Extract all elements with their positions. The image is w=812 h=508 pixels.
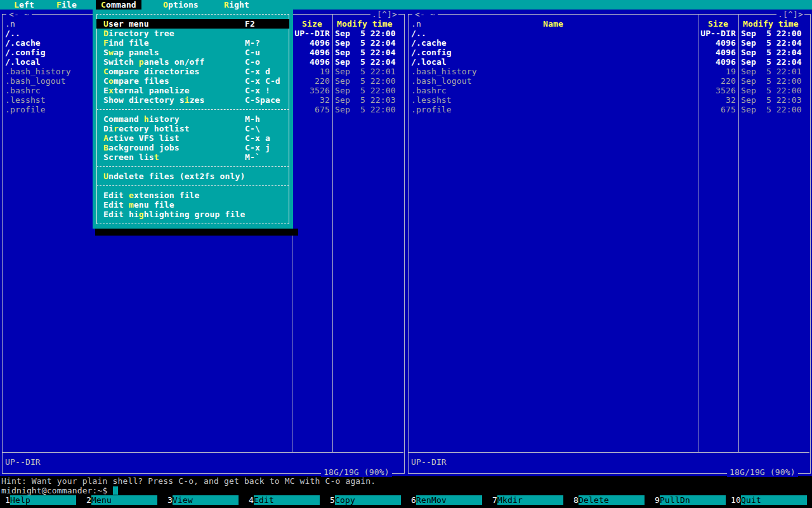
file-name: /.local [5,57,41,67]
file-row[interactable]: /.cache4096Sep 5 22:04 [409,38,809,48]
menu-item-label: Switch panels on/off [103,57,205,67]
menubar-item-command[interactable]: Command [96,0,141,10]
function-key-10[interactable]: 10Quit [731,495,812,505]
menu-item-edit-extension-file[interactable]: Edit extension file [93,190,293,200]
menu-item-shortcut: C-x j [245,143,270,152]
menu-separator [93,181,293,190]
function-key-1[interactable]: 1Help [0,495,81,505]
panel-path-title[interactable]: <- ~ [412,10,438,19]
menu-item-label: Edit menu file [103,200,174,210]
menu-item-compare-directories[interactable]: Compare directoriesC-x d [93,67,293,76]
file-row[interactable]: .bash_logout220Sep 5 22:00 [409,76,809,86]
menu-item-undelete-files-ext2fs-only[interactable]: Undelete files (ext2fs only) [93,171,293,181]
mini-status-separator [409,452,809,453]
function-key-8[interactable]: 8Delete [568,495,650,505]
file-row[interactable]: .bashrc3526Sep 5 22:00 [409,86,809,95]
menu-item-directory-tree[interactable]: Directory tree [93,29,293,38]
menu-label-post: ternal panelize [114,86,190,95]
menu-item-shortcut: M-h [245,114,260,124]
file-mtime: Sep 5 22:04 [335,48,396,57]
file-name: .bashrc [5,86,41,95]
file-size: 220 [660,76,736,86]
file-row[interactable]: /.local4096Sep 5 22:04 [409,57,809,67]
menubar-item-right[interactable]: Right [219,0,254,10]
function-key-4[interactable]: 4Edit [244,495,325,505]
menu-label-pre: Switch [103,57,139,67]
menu-item-compare-files[interactable]: Compare filesC-x C-d [93,76,293,86]
menu-item-swap-panels[interactable]: Swap panelsC-u [93,48,293,57]
function-key-label: PullDn [660,495,726,505]
panel-history-buttons[interactable]: .[^]> [370,10,398,19]
menu-hotkey: r [114,124,119,133]
menu-item-directory-hotlist[interactable]: Directory hotlistC-\ [93,124,293,133]
panel-path-title[interactable]: <- ~ [6,10,32,19]
menu-label-post: ser menu [108,19,149,29]
file-mtime: Sep 5 22:00 [335,86,396,95]
panel-history-buttons[interactable]: .[^]> [776,10,804,19]
function-key-label: Quit [741,495,807,505]
function-key-number: 3 [162,495,173,505]
menu-hotkey: C [103,67,108,76]
file-mtime: Sep 5 22:01 [741,67,802,76]
function-key-2[interactable]: 2Menu [81,495,162,505]
file-name: .profile [5,105,46,114]
menu-item-find-file[interactable]: Find fileM-? [93,38,293,48]
menu-item-switch-panels-on-off[interactable]: Switch panels on/offC-o [93,57,293,67]
function-key-number: 1 [0,495,10,505]
free-space-indicator: 18G/19G (90%) [321,467,392,477]
menu-hotkey: U [103,171,108,181]
menu-item-shortcut: F2 [245,19,255,29]
file-row[interactable]: .profile675Sep 5 22:00 [409,105,809,114]
column-header-size[interactable]: Size [302,19,322,29]
menu-hotkey: U [103,19,108,29]
menu-item-label: Compare directories [103,67,200,76]
menubar-item-left[interactable]: Left [9,0,39,10]
file-row[interactable]: .lesshst32Sep 5 22:03 [409,95,809,105]
shell-prompt[interactable]: midnight@commander:~$ [1,486,108,495]
menu-item-label: Show directory sizes [103,95,205,105]
menu-item-background-jobs[interactable]: Background jobsC-x j [93,143,293,152]
menu-label-pre: Di [103,124,114,133]
menu-label-post: zes [190,95,205,105]
menu-hotkey: x [108,86,114,95]
column-header-size[interactable]: Size [708,19,728,29]
menu-item-edit-highlighting-group-file[interactable]: Edit highlighting group file [93,210,293,219]
function-key-9[interactable]: 9PullDn [650,495,731,505]
menu-label-post: irectory tree [108,29,174,38]
file-row[interactable]: /..UP--DIRSep 5 22:00 [409,29,809,38]
menu-item-label: Background jobs [103,143,180,152]
menu-hotkey: A [103,133,108,143]
menu-item-show-directory-sizes[interactable]: Show directory sizesC-Space [93,95,293,105]
file-row[interactable]: .bash_history19Sep 5 22:01 [409,67,809,76]
menu-label-post: ommand [106,0,136,10]
function-key-label: Mkdir [497,495,563,505]
file-row[interactable]: /.config4096Sep 5 22:04 [409,48,809,57]
file-name: .profile [411,105,452,114]
menu-item-edit-menu-file[interactable]: Edit menu file [93,200,293,210]
column-header-mtime[interactable]: Modify time [337,19,393,29]
menu-hotkey: g [139,210,144,219]
menu-label-post: ight [229,0,249,10]
column-header-name[interactable]: Name [543,19,563,29]
menu-item-user-menu[interactable]: User menuF2 [93,19,293,29]
menu-item-command-history[interactable]: Command historyM-h [93,114,293,124]
menubar-item-file[interactable]: File [51,0,82,10]
column-header-mtime[interactable]: Modify time [743,19,799,29]
file-name: /.. [5,29,20,38]
function-key-5[interactable]: 5Copy [325,495,406,505]
menu-hotkey: C [101,0,106,10]
file-size: 675 [660,105,736,114]
menu-item-screen-list[interactable]: Screen listM-` [93,152,293,162]
menu-item-active-vfs-list[interactable]: Active VFS listC-x a [93,133,293,143]
menu-item-label: Find file [103,38,149,48]
function-key-7[interactable]: 7Mkdir [487,495,568,505]
function-key-3[interactable]: 3View [162,495,244,505]
menu-item-external-panelize[interactable]: External panelizeC-x ! [93,86,293,95]
menu-item-label: Directory tree [103,29,174,38]
menu-hotkey: e [129,190,134,200]
file-name: .bash_history [411,67,477,76]
function-key-6[interactable]: 6RenMov [406,495,487,505]
menu-label-post: anels on/off [144,57,205,67]
menu-label-pre: C [103,76,108,86]
menubar-item-options[interactable]: Options [158,0,204,10]
